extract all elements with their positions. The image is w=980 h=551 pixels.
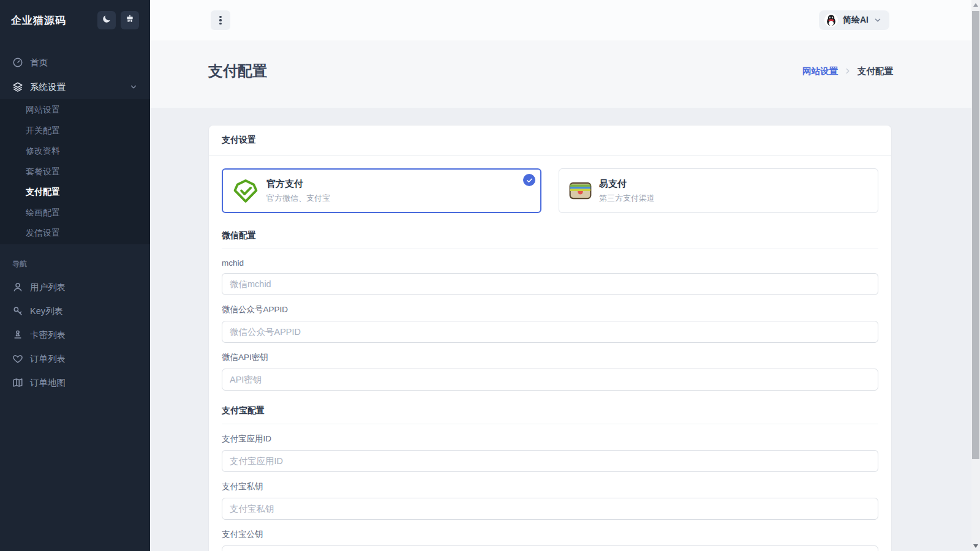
breadcrumb: 网站设置 支付配置 [802,66,893,77]
sidebar-item-system-settings[interactable]: 系统设置 [0,75,150,99]
option-subtitle: 官方微信、支付宝 [266,193,330,204]
nav-section-label: 导航 [0,244,150,276]
page-title: 支付配置 [208,61,267,81]
theme-brush-button[interactable] [121,11,139,29]
sidebar-subitem-website-settings[interactable]: 网站设置 [0,100,150,121]
breadcrumb-link-website-settings[interactable]: 网站设置 [802,66,838,77]
sidebar-subitem-payment-config[interactable]: 支付配置 [0,182,150,203]
form-group-alipay-public-key: 支付宝公钥 [222,529,878,551]
sidebar-item-label: 订单列表 [30,353,66,365]
sidebar-subitem-mail-settings[interactable]: 发信设置 [0,223,150,244]
user-icon [12,282,23,293]
option-title: 官方支付 [266,178,330,190]
field-label: 支付宝应用ID [222,433,878,444]
map-icon [12,377,23,388]
breadcrumb-current: 支付配置 [858,66,893,77]
sidebar-subitem-switch-config[interactable]: 开关配置 [0,121,150,141]
sidebar-subitem-edit-profile[interactable]: 修改资料 [0,141,150,162]
option-epay[interactable]: 易支付 第三方支付渠道 [559,168,878,213]
kebab-vertical-dots-icon [219,16,221,25]
content-area: 支付设置 官方支付 官方微信、支付宝 [150,108,980,551]
scrollbar-thumb[interactable] [972,11,979,459]
field-label: 微信API密钥 [222,352,878,363]
moon-icon [102,14,111,26]
selected-check-badge [523,174,535,186]
sidebar-subitem-drawing-config[interactable]: 绘画配置 [0,203,150,223]
wechat-api-key-input[interactable] [222,369,878,391]
sidebar-item-order-list[interactable]: 订单列表 [0,347,150,371]
form-group-wechat-api-key: 微信API密钥 [222,352,878,391]
topbar-menu-button[interactable] [211,10,230,30]
page-header: 支付配置 网站设置 支付配置 [150,40,980,108]
alipay-public-key-input[interactable] [222,545,878,551]
sidebar-item-label: Key列表 [30,305,63,317]
option-subtitle: 第三方支付渠道 [599,193,655,204]
field-label: 微信公众号APPID [222,304,878,315]
field-label: mchid [222,258,878,268]
wallet-icon [569,182,592,200]
mchid-input[interactable] [222,273,878,295]
user-name: 简绘AI [843,15,869,26]
form-group-alipay-appid: 支付宝应用ID [222,433,878,472]
payment-settings-card: 支付设置 官方支付 官方微信、支付宝 [208,125,892,551]
sidebar-item-label: 系统设置 [30,81,66,93]
card-body: 官方支付 官方微信、支付宝 [209,156,891,551]
wechat-appid-input[interactable] [222,321,878,343]
chevron-down-icon [129,83,138,91]
sidebar-header: 企业猫源码 [0,0,150,40]
sidebar-subitem-package-settings[interactable]: 套餐设置 [0,162,150,182]
system-settings-submenu: 网站设置 开关配置 修改资料 套餐设置 支付配置 绘画配置 发信设置 [0,99,150,244]
alipay-private-key-input[interactable] [222,498,878,520]
sidebar-item-user-list[interactable]: 用户列表 [0,276,150,299]
heart-icon [12,353,23,364]
form-group-mchid: mchid [222,258,878,295]
form-group-alipay-private-key: 支付宝私钥 [222,481,878,520]
avatar [824,13,838,27]
sidebar-menu: 首页 系统设置 网站设置 开关配置 修改资料 套餐设置 支付配置 绘画配置 发信… [0,40,150,395]
topbar: 简绘AI [150,0,980,40]
wechat-config-section-title: 微信配置 [222,230,878,249]
page-scrollbar [971,0,980,551]
sidebar-item-label: 用户列表 [30,282,66,293]
chevron-down-icon [873,16,882,24]
sidebar-item-order-map[interactable]: 订单地图 [0,371,150,395]
brand-title: 企业猫源码 [11,13,92,28]
dashboard-gauge-icon [12,57,23,68]
dark-mode-toggle-button[interactable] [97,11,116,29]
card-title: 支付设置 [209,126,891,156]
stamp-icon [12,329,23,340]
layers-icon [12,81,23,92]
key-icon [12,305,23,317]
form-group-wechat-appid: 微信公众号APPID [222,304,878,343]
chevron-right-icon [843,67,852,75]
field-label: 支付宝公钥 [222,529,878,540]
option-title: 易支付 [599,178,655,190]
sidebar-item-home[interactable]: 首页 [0,50,150,75]
user-dropdown[interactable]: 简绘AI [819,10,889,30]
alipay-config-section-title: 支付宝配置 [222,405,878,424]
option-official-payment[interactable]: 官方支付 官方微信、支付宝 [222,168,541,213]
scrollbar-down-arrow[interactable] [973,544,978,548]
sidebar-item-label: 订单地图 [30,377,66,389]
field-label: 支付宝私钥 [222,481,878,492]
sidebar-item-key-list[interactable]: Key列表 [0,299,150,323]
wechat-pay-shield-icon [232,178,259,204]
main-area: 简绘AI 支付配置 网站设置 支付配置 支付设置 [150,0,980,551]
brush-icon [125,14,135,26]
scrollbar-up-arrow[interactable] [973,3,978,7]
sidebar-item-label: 首页 [30,57,48,69]
alipay-appid-input[interactable] [222,450,878,472]
sidebar-item-label: 卡密列表 [30,329,66,341]
sidebar-item-cardkey-list[interactable]: 卡密列表 [0,323,150,347]
sidebar: 企业猫源码 首页 [0,0,150,551]
payment-method-options: 官方支付 官方微信、支付宝 [222,168,878,213]
